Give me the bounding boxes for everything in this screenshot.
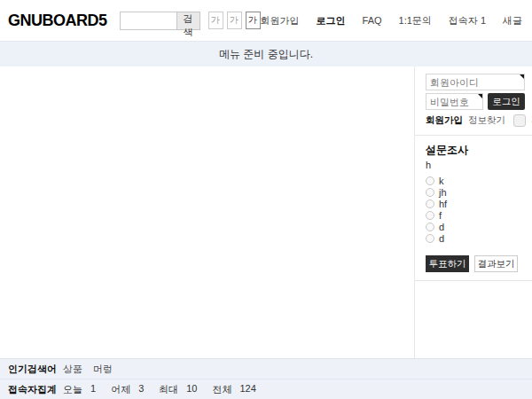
poll-option: jh bbox=[426, 186, 525, 198]
poll-option-label: k bbox=[439, 176, 444, 186]
poll-option-label: d bbox=[439, 233, 444, 244]
visitor-stats: 오늘 1 어제 3 최대 10 전체 124 bbox=[63, 383, 271, 396]
main-empty-area bbox=[0, 66, 415, 358]
notice-message: 메뉴 준비 중입니다. bbox=[219, 47, 313, 62]
poll-option-label: d bbox=[439, 222, 444, 232]
poll-option: f bbox=[426, 209, 525, 221]
poll-option: hf bbox=[426, 198, 525, 209]
password-field-wrap bbox=[426, 93, 483, 110]
poll-question: h bbox=[426, 160, 525, 170]
visitor-stats-row: 접속자집계 오늘 1 어제 3 최대 10 전체 124 bbox=[0, 379, 532, 399]
poll-option-label: hf bbox=[439, 199, 447, 209]
login-button[interactable]: 로그인 bbox=[488, 93, 525, 110]
poll-option: d bbox=[426, 232, 525, 244]
auto-login-checkbox[interactable] bbox=[513, 114, 526, 127]
poll-radio[interactable] bbox=[426, 176, 434, 185]
poll-results-button[interactable]: 결과보기 bbox=[474, 255, 518, 272]
sidebar-divider bbox=[415, 280, 532, 281]
popular-keyword[interactable]: 머렁 bbox=[93, 363, 113, 376]
search-input[interactable] bbox=[120, 12, 176, 30]
stat-max: 최대 10 bbox=[159, 383, 197, 396]
poll-buttons: 투표하기 결과보기 bbox=[426, 255, 525, 272]
stat-today: 오늘 1 bbox=[63, 383, 96, 396]
required-marker-icon bbox=[478, 94, 482, 98]
poll-option-label: f bbox=[439, 210, 442, 221]
stat-name: 전체 bbox=[213, 383, 232, 396]
font-size-small-button[interactable]: 가 bbox=[208, 12, 223, 29]
login-box: 로그인 회원가입 정보찾기 자동로그인 bbox=[426, 74, 525, 127]
popular-keywords: 상품 머렁 bbox=[63, 363, 113, 376]
nav-register[interactable]: 회원가입 bbox=[261, 14, 300, 27]
stat-value: 124 bbox=[240, 383, 256, 396]
popular-keyword[interactable]: 상품 bbox=[63, 363, 82, 376]
sidebar-divider bbox=[415, 135, 532, 136]
font-size-controls: 가 가 가 bbox=[208, 12, 261, 29]
poll-title: 설문조사 bbox=[426, 143, 525, 158]
search-bar: 검색 bbox=[120, 12, 200, 30]
poll-option: d bbox=[426, 221, 525, 232]
poll-box: 설문조사 h k jh hf f bbox=[426, 143, 525, 272]
vote-button[interactable]: 투표하기 bbox=[426, 255, 469, 272]
site-logo[interactable]: GNUBOARD5 bbox=[8, 12, 107, 30]
poll-radio[interactable] bbox=[426, 200, 434, 208]
nav-login[interactable]: 로그인 bbox=[317, 14, 346, 27]
login-links: 회원가입 정보찾기 자동로그인 bbox=[426, 114, 525, 127]
poll-option: k bbox=[426, 175, 525, 186]
stat-value: 3 bbox=[138, 383, 144, 396]
poll-radio[interactable] bbox=[426, 223, 434, 231]
top-nav: 회원가입 로그인 FAQ 1:1문의 접속자 1 새글 bbox=[261, 14, 528, 27]
password-row: 로그인 bbox=[426, 93, 525, 110]
poll-radio[interactable] bbox=[426, 188, 434, 197]
content: 로그인 회원가입 정보찾기 자동로그인 설문조사 h k bbox=[0, 66, 532, 359]
find-info-link[interactable]: 정보찾기 bbox=[468, 114, 505, 127]
visitor-stats-label: 접속자집계 bbox=[8, 383, 59, 396]
notice-bar: 메뉴 준비 중입니다. bbox=[0, 41, 532, 66]
stat-name: 어제 bbox=[111, 383, 130, 396]
font-size-medium-button[interactable]: 가 bbox=[227, 12, 242, 29]
popular-search-label: 인기검색어 bbox=[8, 363, 59, 376]
nav-inquiry[interactable]: 1:1문의 bbox=[399, 14, 432, 27]
stat-value: 10 bbox=[186, 383, 197, 396]
nav-new-posts[interactable]: 새글 bbox=[503, 14, 522, 27]
footer: 인기검색어 상품 머렁 접속자집계 오늘 1 어제 3 최대 10 bbox=[0, 359, 532, 399]
stat-name: 오늘 bbox=[63, 383, 82, 396]
member-id-input[interactable] bbox=[426, 74, 525, 90]
stat-total: 전체 124 bbox=[213, 383, 256, 396]
poll-option-label: jh bbox=[439, 187, 447, 198]
sidebar: 로그인 회원가입 정보찾기 자동로그인 설문조사 h k bbox=[415, 66, 532, 358]
page: GNUBOARD5 검색 가 가 가 회원가입 로그인 FAQ 1:1문의 접속… bbox=[0, 0, 532, 399]
stat-yesterday: 어제 3 bbox=[111, 383, 144, 396]
header: GNUBOARD5 검색 가 가 가 회원가입 로그인 FAQ 1:1문의 접속… bbox=[0, 0, 532, 41]
nav-faq[interactable]: FAQ bbox=[363, 15, 382, 26]
stat-value: 1 bbox=[90, 383, 96, 396]
font-size-large-button[interactable]: 가 bbox=[246, 12, 261, 29]
popular-search-row: 인기검색어 상품 머렁 bbox=[0, 359, 532, 379]
required-marker-icon bbox=[520, 74, 524, 79]
poll-radio[interactable] bbox=[426, 234, 434, 243]
poll-radio[interactable] bbox=[426, 211, 434, 220]
member-id-field-wrap bbox=[426, 74, 525, 90]
nav-connected-users[interactable]: 접속자 1 bbox=[449, 14, 486, 27]
search-button[interactable]: 검색 bbox=[176, 12, 200, 30]
register-link[interactable]: 회원가입 bbox=[426, 114, 463, 127]
password-input[interactable] bbox=[426, 93, 483, 110]
stat-name: 최대 bbox=[159, 383, 178, 396]
